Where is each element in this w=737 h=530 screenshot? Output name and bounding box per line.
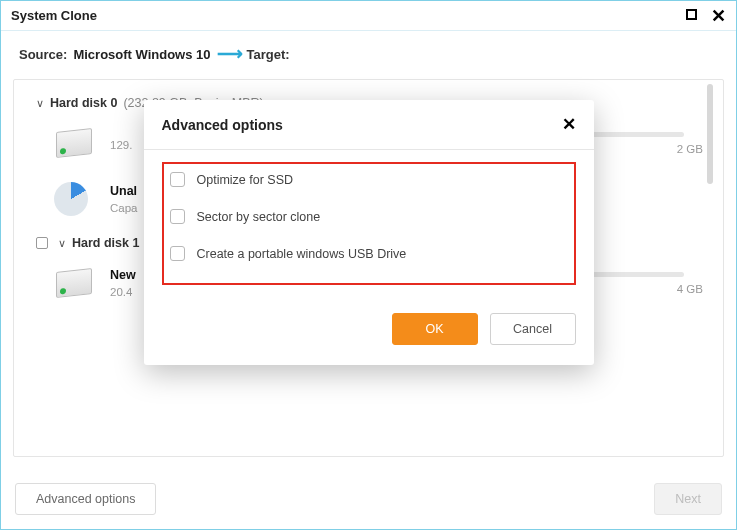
dialog-footer: OK Cancel (144, 299, 594, 365)
app-window: System Clone ✕ Source: Microsoft Windows… (0, 0, 737, 530)
option-portable-usb[interactable]: Create a portable windows USB Drive (170, 246, 568, 261)
checkbox-icon[interactable] (170, 209, 185, 224)
option-label: Create a portable windows USB Drive (197, 247, 407, 261)
option-sector-clone[interactable]: Sector by sector clone (170, 209, 568, 224)
checkbox-icon[interactable] (170, 172, 185, 187)
dialog-header: Advanced options ✕ (144, 100, 594, 150)
highlight-box: Optimize for SSD Sector by sector clone … (162, 162, 576, 285)
cancel-button[interactable]: Cancel (490, 313, 576, 345)
modal-overlay: Advanced options ✕ Optimize for SSD Sect… (0, 0, 737, 530)
advanced-options-dialog: Advanced options ✕ Optimize for SSD Sect… (144, 100, 594, 365)
option-ssd[interactable]: Optimize for SSD (170, 172, 568, 187)
option-label: Sector by sector clone (197, 210, 321, 224)
dialog-close-button[interactable]: ✕ (562, 114, 576, 135)
dialog-body: Optimize for SSD Sector by sector clone … (144, 150, 594, 299)
ok-button[interactable]: OK (392, 313, 478, 345)
dialog-title: Advanced options (162, 117, 283, 133)
checkbox-icon[interactable] (170, 246, 185, 261)
option-label: Optimize for SSD (197, 173, 294, 187)
